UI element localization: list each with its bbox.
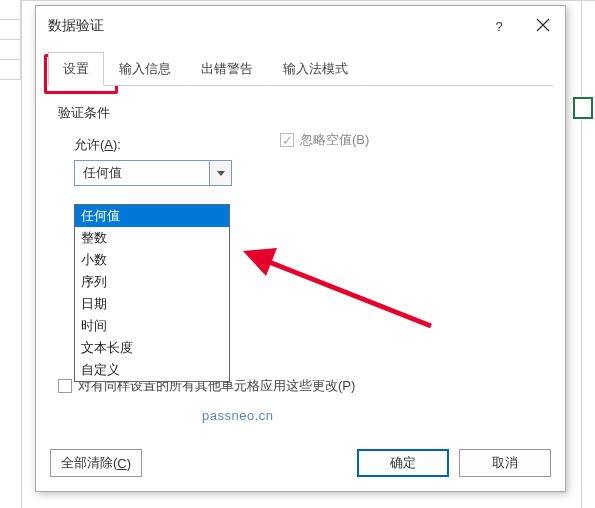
tab-settings[interactable]: 设置: [48, 52, 104, 86]
dropdown-option-date[interactable]: 日期: [75, 293, 229, 315]
dialog-button-row: 全部清除(C) 确定 取消: [50, 449, 551, 477]
cancel-button[interactable]: 取消: [459, 449, 551, 477]
allow-combobox[interactable]: 任何值: [74, 160, 232, 186]
checkbox-box: ✓: [280, 133, 294, 147]
dropdown-option-whole[interactable]: 整数: [75, 227, 229, 249]
dropdown-option-any[interactable]: 任何值: [75, 205, 229, 227]
close-button[interactable]: [521, 6, 565, 46]
ok-button[interactable]: 确定: [357, 449, 449, 477]
annotation-arrow: [241, 236, 436, 336]
dropdown-option-custom[interactable]: 自定义: [75, 359, 229, 381]
dialog-title: 数据验证: [48, 17, 104, 35]
help-icon: ?: [495, 19, 502, 34]
watermark-text: passneo.cn: [202, 408, 274, 423]
dropdown-option-list[interactable]: 序列: [75, 271, 229, 293]
title-bar: 数据验证 ?: [36, 6, 565, 46]
selected-cell[interactable]: [573, 97, 593, 119]
help-button[interactable]: ?: [477, 6, 521, 46]
checkmark-icon: ✓: [282, 134, 293, 147]
allow-combobox-value: 任何值: [75, 164, 209, 182]
close-icon: [536, 16, 550, 37]
allow-dropdown-list[interactable]: 任何值 整数 小数 序列 日期 时间 文本长度 自定义: [74, 204, 230, 382]
dropdown-option-textlen[interactable]: 文本长度: [75, 337, 229, 359]
checkbox-box: [58, 379, 72, 393]
chevron-down-icon: [217, 171, 225, 176]
tab-error-alert[interactable]: 出错警告: [186, 52, 268, 86]
svg-line-2: [259, 258, 431, 326]
svg-marker-3: [243, 248, 277, 276]
data-validation-dialog: 数据验证 ? 设置 输入信息 出错警告 输入法模式 验证条件 允许(A): 任何…: [35, 5, 566, 492]
validation-criteria-label: 验证条件: [58, 104, 543, 122]
dropdown-option-time[interactable]: 时间: [75, 315, 229, 337]
tab-strip: 设置 输入信息 出错警告 输入法模式: [36, 52, 565, 86]
ignore-blank-label: 忽略空值(B): [300, 131, 369, 149]
allow-combobox-button[interactable]: [209, 161, 231, 185]
tab-ime-mode[interactable]: 输入法模式: [268, 52, 363, 86]
dropdown-option-decimal[interactable]: 小数: [75, 249, 229, 271]
settings-panel: 验证条件 允许(A): 任何值 ✓ 忽略空值(B): [36, 86, 565, 186]
ignore-blank-checkbox: ✓ 忽略空值(B): [280, 131, 369, 149]
tab-input-message[interactable]: 输入信息: [104, 52, 186, 86]
clear-all-button[interactable]: 全部清除(C): [50, 449, 142, 477]
